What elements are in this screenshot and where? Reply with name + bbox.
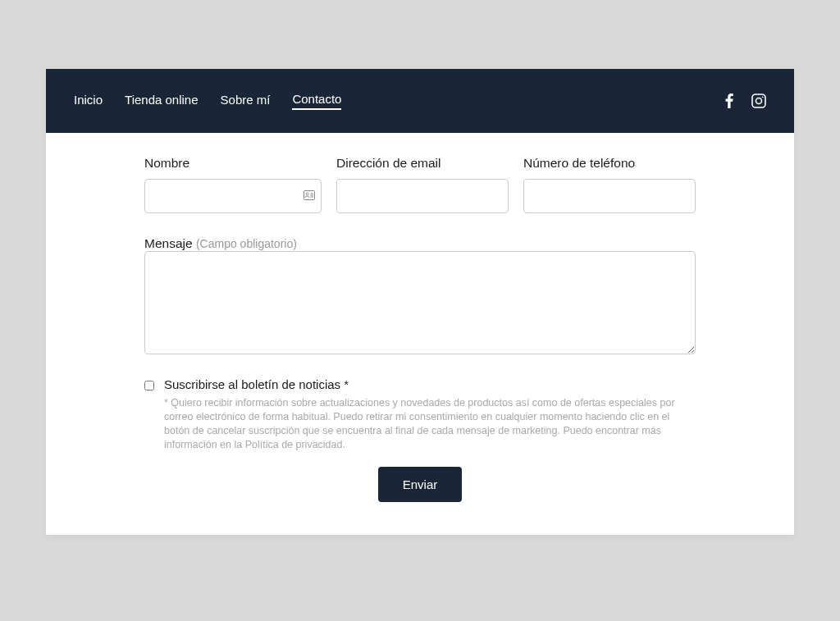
phone-input[interactable] [523, 179, 696, 213]
nav-item-inicio[interactable]: Inicio [74, 93, 103, 109]
form-col-email: Dirección de email [336, 156, 509, 213]
name-input-wrapper [144, 179, 322, 213]
page-container: Inicio Tienda online Sobre mí Contacto N… [46, 69, 794, 535]
form-row-top: Nombre Dirección de email Número de telé… [144, 156, 696, 213]
nav-item-contacto[interactable]: Contacto [292, 92, 341, 110]
newsletter-checkbox-row: Suscribirse al boletín de noticias * [144, 377, 696, 391]
svg-point-1 [756, 98, 762, 104]
submit-button[interactable]: Enviar [378, 467, 463, 502]
form-col-phone: Número de teléfono [523, 156, 696, 213]
form-col-name: Nombre [144, 156, 322, 213]
main-nav: Inicio Tienda online Sobre mí Contacto [74, 92, 341, 110]
message-label: Mensaje (Campo obligatorio) [144, 236, 297, 250]
newsletter-label[interactable]: Suscribirse al boletín de noticias * [164, 377, 349, 391]
contact-form: Nombre Dirección de email Número de telé… [46, 133, 794, 535]
email-label: Dirección de email [336, 156, 509, 171]
submit-row: Enviar [144, 467, 696, 502]
header: Inicio Tienda online Sobre mí Contacto [46, 69, 794, 133]
nav-item-tienda[interactable]: Tienda online [125, 93, 199, 109]
consent-text: * Quiero recibir información sobre actua… [144, 396, 696, 452]
svg-rect-0 [752, 94, 765, 107]
name-input[interactable] [144, 179, 322, 213]
nav-item-sobre-mi[interactable]: Sobre mí [221, 93, 271, 109]
form-message-group: Mensaje (Campo obligatorio) [144, 236, 696, 358]
message-textarea[interactable] [144, 251, 696, 354]
phone-label: Número de teléfono [523, 156, 696, 171]
newsletter-checkbox[interactable] [144, 381, 154, 390]
instagram-icon[interactable] [751, 94, 766, 108]
email-input[interactable] [336, 179, 509, 213]
message-required-hint: (Campo obligatorio) [196, 237, 297, 250]
message-label-text: Mensaje [144, 236, 193, 250]
facebook-icon[interactable] [725, 94, 733, 108]
social-icons [725, 94, 766, 108]
svg-point-2 [762, 96, 764, 98]
name-label: Nombre [144, 156, 322, 171]
